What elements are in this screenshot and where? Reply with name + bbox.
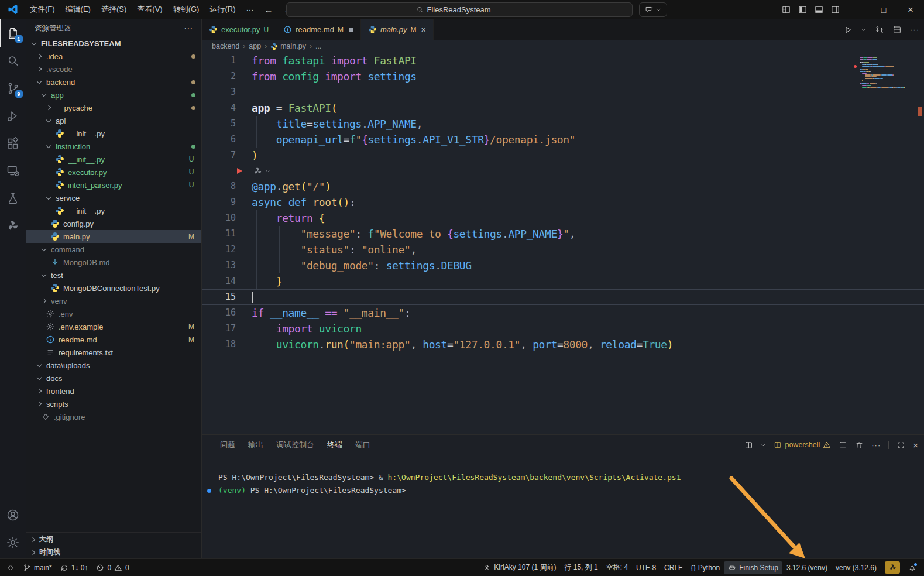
activity-files[interactable]: 1 bbox=[0, 19, 26, 47]
tree-item[interactable]: instruction bbox=[26, 140, 201, 153]
layout-grid-icon[interactable] bbox=[781, 5, 791, 15]
editor-tab-executor.py[interactable]: executor.pyU bbox=[202, 19, 276, 40]
sidebar-section-大纲[interactable]: 大纲 bbox=[26, 533, 201, 546]
status-item-Finish Setup[interactable]: Finish Setup bbox=[724, 561, 782, 574]
trash-icon[interactable] bbox=[855, 441, 864, 450]
panel-tab-问题[interactable]: 问题 bbox=[220, 435, 235, 455]
more-actions-icon[interactable]: ··· bbox=[871, 441, 881, 450]
tree-item[interactable]: venv bbox=[26, 294, 201, 307]
activity-test[interactable] bbox=[0, 184, 26, 212]
maximize-button[interactable]: □ bbox=[870, 0, 897, 19]
copilot-chat-button[interactable] bbox=[639, 2, 667, 17]
layout-right-icon[interactable] bbox=[827, 0, 843, 19]
status-item[interactable] bbox=[881, 561, 904, 574]
chevdown-icon[interactable] bbox=[265, 169, 270, 174]
tree-item[interactable]: executor.pyU bbox=[26, 166, 201, 179]
tree-item[interactable]: __init__.py bbox=[26, 204, 201, 217]
panel-tab-输出[interactable]: 输出 bbox=[248, 435, 263, 455]
tree-item[interactable]: docs bbox=[26, 372, 201, 385]
status-item-0[interactable]: 00 bbox=[92, 561, 133, 574]
split-terminal-icon[interactable] bbox=[744, 441, 753, 450]
chevdown-icon[interactable] bbox=[861, 27, 867, 33]
spliteditor-icon[interactable] bbox=[892, 25, 902, 35]
status-item-行 15, 列 1[interactable]: 行 15, 列 1 bbox=[560, 561, 602, 574]
activity-search[interactable] bbox=[0, 47, 26, 74]
pinwheel-icon[interactable] bbox=[253, 166, 263, 176]
tree-item[interactable]: __init__.py bbox=[26, 127, 201, 140]
activity-gear[interactable] bbox=[0, 529, 26, 556]
tree-item[interactable]: .env.exampleM bbox=[26, 320, 201, 333]
compare-icon[interactable] bbox=[875, 25, 884, 35]
menu-item[interactable]: 转到(G) bbox=[168, 3, 205, 16]
tree-item[interactable]: .gitignore bbox=[26, 410, 201, 423]
tree-item[interactable]: scripts bbox=[26, 397, 201, 410]
layout-grid-icon[interactable] bbox=[778, 0, 794, 19]
explorer-more-actions-icon[interactable]: ··· bbox=[184, 24, 194, 32]
close-tab-icon[interactable]: × bbox=[421, 25, 425, 35]
tree-item[interactable]: config.py bbox=[26, 217, 201, 230]
status-item-3.12.6 (venv)[interactable]: 3.12.6 (venv) bbox=[782, 561, 832, 574]
status-item[interactable] bbox=[2, 561, 19, 574]
code-editor[interactable]: 1from fastapi import FastAPI2from config… bbox=[202, 53, 924, 434]
activity-extensions[interactable] bbox=[0, 129, 26, 157]
tree-item[interactable]: MongoDBConnectionTest.py bbox=[26, 282, 201, 294]
panel-tab-调试控制台[interactable]: 调试控制台 bbox=[276, 435, 314, 455]
chevron-down-icon[interactable] bbox=[761, 443, 766, 448]
status-item-Python[interactable]: { }Python bbox=[686, 561, 724, 574]
layout-bottom-icon[interactable] bbox=[810, 0, 827, 19]
command-center-search[interactable] bbox=[286, 2, 633, 17]
tree-item[interactable]: requirements.txt bbox=[26, 346, 201, 359]
layout-left-icon[interactable] bbox=[798, 5, 808, 15]
close-panel-icon[interactable]: × bbox=[913, 440, 918, 450]
search-input[interactable] bbox=[427, 5, 503, 14]
tree-item[interactable]: service bbox=[26, 191, 201, 204]
close-button[interactable]: × bbox=[897, 0, 924, 19]
maximize-panel-icon[interactable] bbox=[896, 441, 905, 450]
layout-right-icon[interactable] bbox=[830, 5, 840, 15]
breadcrumb-item[interactable]: main.py bbox=[270, 42, 306, 50]
layout-left-icon[interactable] bbox=[794, 0, 810, 19]
breadcrumb-item[interactable]: backend bbox=[212, 42, 239, 50]
menu-item[interactable]: 文件(F) bbox=[25, 3, 60, 16]
layout-bottom-icon[interactable] bbox=[814, 5, 824, 15]
editor-tab-main.py[interactable]: main.pyM× bbox=[361, 19, 434, 40]
tree-item[interactable]: api bbox=[26, 114, 201, 127]
status-item-CRLF[interactable]: CRLF bbox=[660, 561, 686, 574]
breadcrumb-item[interactable]: ... bbox=[315, 42, 321, 50]
tree-item[interactable]: frontend bbox=[26, 385, 201, 397]
panel-tab-终端[interactable]: 终端 bbox=[327, 435, 342, 455]
breadcrumb[interactable]: backend›app›main.py›... bbox=[202, 40, 924, 53]
tree-item[interactable]: app bbox=[26, 88, 201, 101]
tree-item[interactable]: intent_parser.pyU bbox=[26, 179, 201, 191]
status-item[interactable] bbox=[904, 561, 920, 574]
breadcrumb-item[interactable]: app bbox=[249, 42, 261, 50]
status-item-venv (3.12.6)[interactable]: venv (3.12.6) bbox=[832, 561, 881, 574]
menu-item[interactable]: 编辑(E) bbox=[60, 3, 96, 16]
split-icon[interactable] bbox=[839, 441, 847, 450]
play-icon[interactable] bbox=[843, 25, 853, 35]
terminal-output[interactable]: PS H:\OwnProject\FilesReadSysteam> & h:\… bbox=[202, 455, 924, 497]
tree-item[interactable]: data\uploads bbox=[26, 359, 201, 372]
minimap[interactable] bbox=[860, 57, 913, 88]
tree-item[interactable]: .env bbox=[26, 307, 201, 320]
tree-item[interactable]: backend bbox=[26, 76, 201, 88]
sidebar-section-时间线[interactable]: 时间线 bbox=[26, 546, 201, 558]
status-item-UTF-8[interactable]: UTF-8 bbox=[632, 561, 660, 574]
status-item-空格: 4[interactable]: 空格: 4 bbox=[602, 561, 632, 574]
nav-back-icon[interactable]: ← bbox=[259, 5, 278, 15]
activity-debug[interactable] bbox=[0, 102, 26, 129]
terminal-instance[interactable]: powershell bbox=[774, 441, 831, 449]
tree-item[interactable]: main.pyM bbox=[26, 230, 201, 243]
tree-item[interactable]: .vscode bbox=[26, 63, 201, 76]
activity-pinwheel[interactable] bbox=[0, 212, 26, 239]
panel-tab-端口[interactable]: 端口 bbox=[355, 435, 370, 455]
menu-item[interactable]: 运行(R) bbox=[204, 3, 241, 16]
tree-item[interactable]: __pycache__ bbox=[26, 101, 201, 114]
tree-root[interactable]: FILESREADSYSTEAM bbox=[26, 37, 201, 50]
status-item-1↓ 0↑[interactable]: 1↓ 0↑ bbox=[56, 561, 92, 574]
menu-item[interactable]: ··· bbox=[241, 3, 259, 16]
tree-item[interactable]: command bbox=[26, 243, 201, 256]
minimize-button[interactable]: – bbox=[843, 0, 870, 19]
menu-item[interactable]: 查看(V) bbox=[132, 3, 167, 16]
editor-tab-readme.md[interactable]: readme.mdM bbox=[276, 19, 361, 40]
